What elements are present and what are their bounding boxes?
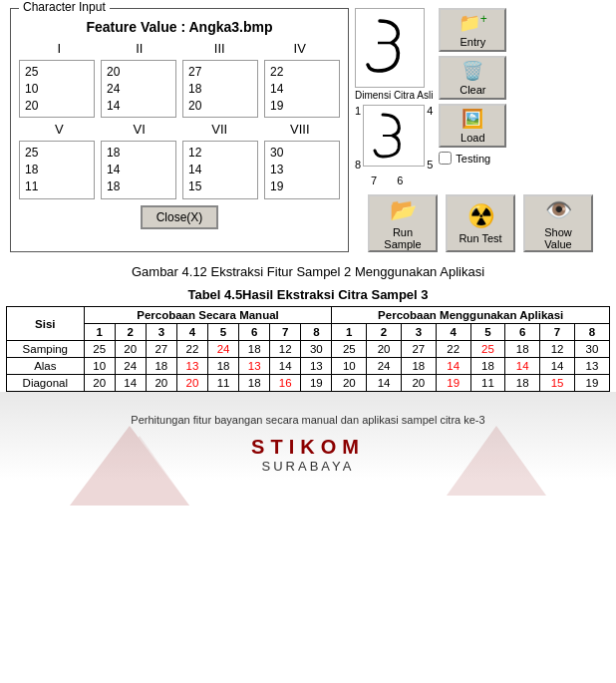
manual-cell: 24: [208, 341, 239, 358]
coord-4: 4: [427, 105, 433, 117]
col-header-iii: III: [179, 41, 260, 58]
manual-cell: 22: [176, 341, 207, 358]
col-header-v: V: [19, 122, 100, 139]
manual-cell: 27: [146, 341, 176, 358]
run-sample-icon: 📂: [390, 197, 417, 223]
manual-cell: 30: [301, 341, 332, 358]
data-table: Sisi Percobaan Secara Manual Percobaan M…: [6, 306, 610, 392]
app-cell: 30: [574, 341, 609, 358]
clear-label: Clear: [460, 84, 485, 96]
testing-checkbox[interactable]: [439, 152, 452, 165]
col-num-header: 6: [505, 324, 540, 341]
manual-cell: 14: [115, 375, 146, 392]
top-feature-grid: 251020 202414 271820 221419: [19, 60, 340, 118]
manual-cell: 20: [115, 341, 146, 358]
char-input-box: Character Input Feature Value : Angka3.b…: [10, 8, 349, 252]
top-grid-section: I II III IV 251020 202414 271820 221419: [19, 41, 340, 118]
col-num-header: 4: [176, 324, 207, 341]
image-and-buttons: Dimensi Citra Asli 1 8: [355, 8, 606, 186]
cell-iii: 271820: [182, 60, 258, 118]
col-num-header: 5: [208, 324, 239, 341]
load-button[interactable]: 🖼️ Load: [439, 104, 506, 148]
manual-cell: 16: [270, 375, 301, 392]
app-cell: 20: [332, 375, 367, 392]
clear-button[interactable]: 🗑️ Clear: [439, 56, 506, 100]
table-row: Samping25202722241812302520272225181230: [7, 341, 610, 358]
app-cell: 22: [436, 341, 470, 358]
coord-6: 6: [397, 174, 403, 186]
app-cell: 27: [401, 341, 436, 358]
char-input-section: Character Input Feature Value : Angka3.b…: [0, 0, 616, 258]
dimensi-label: Dimensi Citra Asli: [355, 90, 433, 101]
col-header-ii: II: [100, 41, 180, 58]
col-header-vii: VII: [179, 122, 260, 139]
app-cell: 25: [332, 341, 367, 358]
row-label: Diagonal: [7, 375, 85, 392]
coord-5: 5: [427, 159, 433, 171]
cell-iv: 221419: [264, 60, 340, 118]
entry-button[interactable]: 📁+ Entry: [439, 8, 506, 52]
manual-cell: 24: [115, 358, 146, 375]
footer-sub: SURABAYA: [10, 459, 606, 474]
th-percobaan2: Percobaan Menggunakan Aplikasi: [332, 307, 610, 324]
app-cell: 11: [470, 375, 505, 392]
app-cell: 18: [505, 341, 540, 358]
app-cell: 18: [401, 358, 436, 375]
row-label: Samping: [7, 341, 85, 358]
col-num-header: 7: [270, 324, 301, 341]
app-cell: 19: [436, 375, 470, 392]
manual-cell: 18: [239, 341, 270, 358]
app-cell: 10: [332, 358, 367, 375]
main-container: Character Input Feature Value : Angka3.b…: [0, 0, 616, 480]
feature-title: Feature Value : Angka3.bmp: [19, 19, 340, 35]
col-num-header: 6: [239, 324, 270, 341]
char-preview-small-svg: [369, 111, 419, 161]
coord-7: 7: [371, 174, 377, 186]
col-num-header: 1: [84, 324, 115, 341]
app-cell: 24: [367, 358, 402, 375]
footer-text: Perhitungan fitur bayangan secara manual…: [10, 414, 606, 426]
cell-ii: 202414: [101, 60, 176, 118]
show-value-button[interactable]: 👁️ ShowValue: [523, 194, 593, 252]
manual-cell: 20: [176, 375, 207, 392]
manual-cell: 11: [208, 375, 239, 392]
col-num-header: 3: [401, 324, 436, 341]
close-btn-row: Close(X): [19, 205, 340, 229]
col-num-header: 2: [115, 324, 146, 341]
entry-label: Entry: [461, 36, 486, 48]
table-title: Tabel 4.5Hasil Ekstraksi Citra Sampel 3: [6, 287, 610, 302]
cell-v: 251811: [19, 141, 95, 198]
close-button[interactable]: Close(X): [141, 205, 219, 229]
manual-cell: 18: [239, 375, 270, 392]
app-cell: 19: [574, 375, 609, 392]
run-test-icon: ☢️: [467, 203, 494, 229]
char-input-legend: Character Input: [19, 0, 110, 14]
right-panel: Dimensi Citra Asli 1 8: [355, 8, 606, 252]
entry-icon: 📁+: [459, 12, 487, 34]
char-preview-svg: [360, 13, 420, 83]
col-num-header: 4: [436, 324, 470, 341]
col-num-header: 5: [470, 324, 505, 341]
footer-area: Perhitungan fitur bayangan secara manual…: [0, 392, 616, 480]
app-cell: 15: [540, 375, 575, 392]
manual-cell: 10: [84, 358, 115, 375]
app-cell: 12: [540, 341, 575, 358]
col-num-header: 8: [301, 324, 332, 341]
char-preview-small: [363, 105, 425, 167]
app-cell: 14: [436, 358, 470, 375]
bottom-grid-section: V VI VII VIII 251811 181418 121415 30131…: [19, 122, 340, 198]
btn-panel: 📁+ Entry 🗑️ Clear 🖼️ Load Testing: [439, 8, 506, 186]
run-test-label: Run Test: [459, 232, 501, 244]
row-label: Alas: [7, 358, 85, 375]
run-sample-button[interactable]: 📂 RunSample: [368, 194, 438, 252]
testing-row: Testing: [439, 152, 506, 165]
cell-vii: 121415: [182, 141, 258, 198]
manual-cell: 18: [146, 358, 176, 375]
run-test-button[interactable]: ☢️ Run Test: [446, 194, 515, 252]
show-value-icon: 👁️: [545, 197, 572, 223]
col-num-header: 7: [540, 324, 575, 341]
footer-logo: STIKOM: [10, 436, 606, 459]
caption: Gambar 4.12 Ekstraksi Fitur Sampel 2 Men…: [0, 264, 616, 279]
col-header-viii: VIII: [260, 122, 341, 139]
app-cell: 14: [540, 358, 575, 375]
